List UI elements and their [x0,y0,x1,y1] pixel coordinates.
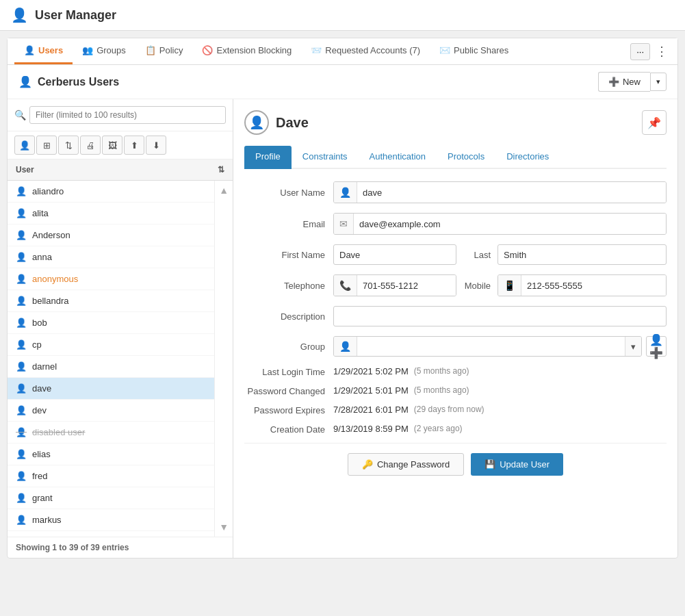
groups-tab-icon: 👥 [82,45,93,55]
creation-date-ago: (2 years ago) [414,424,463,433]
list-item[interactable]: 👤dave [8,378,214,400]
content-layout: 🔍 👤 ⊞ ⇅ 🖨 🖼 ⬆ ⬇ User ⇅ 👤alian [8,99,677,558]
toolbar-upload-icon-btn[interactable]: ⬆ [124,136,144,155]
list-item[interactable]: 👤markus [8,509,214,531]
user-list-icon: 👤 [16,186,27,196]
list-item[interactable]: 👤Murphy [8,531,214,537]
tab-directories[interactable]: Directories [495,146,560,169]
list-item[interactable]: 👤dev [8,400,214,422]
section-title-icon: 👤 [18,75,32,88]
list-item[interactable]: 👤bob [8,312,214,334]
new-button[interactable]: ➕ New [598,72,650,92]
section-header: 👤 Cerberus Users ➕ New ▾ [8,65,677,99]
tab-policy[interactable]: 📋 Policy [135,38,193,64]
scroll-down-arrow[interactable]: ▼ [216,520,231,534]
group-dropdown-arrow[interactable]: ▾ [625,337,641,356]
user-list-name: markus [32,515,62,525]
scroll-up-arrow[interactable]: ▲ [216,183,231,197]
user-list-icon: 👤 [16,318,27,328]
user-list-icon: 👤 [16,274,27,284]
search-icon[interactable]: 🔍 [14,110,26,120]
app-title: User Manager [35,8,116,23]
group-label: Group [244,342,333,352]
group-add-button[interactable]: 👤➕ [646,336,667,357]
user-list-container: 👤aliandro👤alita👤Anderson👤anna👤anonymous👤… [8,181,233,537]
description-field[interactable] [333,306,667,326]
list-item[interactable]: 👤disabled user [8,422,214,444]
tab-groups[interactable]: 👥 Groups [73,38,135,64]
tab-constraints[interactable]: Constraints [292,146,359,169]
nav-kebab-button[interactable]: ⋮ [653,41,671,62]
group-select-wrap: 👤 ▾ [333,336,642,357]
list-item[interactable]: 👤cp [8,334,214,356]
pwd-changed-ago: (5 months ago) [414,385,469,395]
list-item[interactable]: 👤alita [8,203,214,224]
user-list-name: anna [32,252,52,262]
tab-public-shares[interactable]: ✉️ Public Shares [430,38,518,64]
new-btn-group: ➕ New ▾ [598,72,667,92]
user-list-name: grant [32,493,53,503]
new-dropdown-button[interactable]: ▾ [650,73,667,91]
list-item[interactable]: 👤grant [8,487,214,509]
tab-authentication[interactable]: Authentication [359,146,437,169]
tab-extension-blocking[interactable]: 🚫 Extension Blocking [192,38,301,64]
mobile-field[interactable] [521,275,666,296]
group-input-row: 👤 ▾ 👤➕ [333,336,667,357]
sort-icon[interactable]: ⇅ [218,165,224,175]
public-shares-icon: ✉️ [439,45,450,55]
username-row: User Name 👤 [244,181,667,203]
tab-requested-accounts[interactable]: 📨 Requested Accounts (7) [301,38,430,64]
user-list-name: cp [32,339,42,350]
username-field[interactable] [357,182,666,203]
email-input-wrap: ✉ [333,213,667,235]
list-item[interactable]: 👤fred [8,465,214,487]
change-password-button[interactable]: 🔑 Change Password [348,453,464,476]
creation-date-label: Creation Date [244,424,333,435]
tab-protocols[interactable]: Protocols [437,146,495,169]
user-list-name: anonymous [32,274,78,284]
lastname-label: Last [456,250,497,260]
email-field[interactable] [354,214,666,234]
pwd-expires-ago: (29 days from now) [414,405,484,414]
toolbar-download-icon-btn[interactable]: ⬇ [146,136,166,155]
search-input[interactable] [29,106,226,124]
user-list-name: bellandra [32,296,69,306]
user-list-icon: 👤 [16,515,27,525]
pwd-expires-label: Password Expires [244,405,333,415]
list-item[interactable]: 👤darnel [8,356,214,378]
list-item[interactable]: 👤anna [8,246,214,268]
pin-button[interactable]: 📌 [642,110,667,135]
save-icon: 💾 [484,459,495,470]
username-icon: 👤 [334,182,357,203]
mobile-icon: 📱 [498,275,521,296]
telephone-input-wrap: 📞 [333,274,456,296]
toolbar-print-icon-btn[interactable]: 🖨 [80,136,101,155]
list-item[interactable]: 👤Anderson [8,224,214,246]
toolbar-image-icon-btn[interactable]: 🖼 [102,136,122,155]
nav-dots-button[interactable]: ··· [630,43,650,60]
toolbar-grid-icon-btn[interactable]: ⊞ [36,136,57,155]
list-item[interactable]: 👤bellandra [8,290,214,312]
toolbar-sort-icon-btn[interactable]: ⇅ [58,136,79,155]
firstname-field[interactable] [333,244,456,265]
pwd-changed-value: 1/29/2021 5:01 PM [333,385,409,396]
main-container: 👤 Users 👥 Groups 📋 Policy 🚫 Extension Bl… [7,38,678,559]
telephone-field[interactable] [357,275,456,296]
user-list-name: Anderson [32,230,70,240]
scroll-arrows: ▲ ▼ [214,181,233,537]
update-user-button[interactable]: 💾 Update User [471,453,563,476]
tab-profile[interactable]: Profile [244,146,292,169]
list-item[interactable]: 👤elias [8,444,214,465]
list-item[interactable]: 👤aliandro [8,181,214,203]
user-list-name: dev [32,405,47,415]
pwd-changed-row: Password Changed 1/29/2021 5:01 PM (5 mo… [244,385,667,396]
group-icon: 👤 [334,337,357,356]
user-list-scroll[interactable]: 👤aliandro👤alita👤Anderson👤anna👤anonymous👤… [8,181,214,537]
user-list-icon: 👤 [16,208,27,218]
list-item[interactable]: 👤anonymous [8,268,214,290]
tab-users[interactable]: 👤 Users [14,38,73,64]
app-header: 👤 User Manager [0,0,685,31]
toolbar-user-icon-btn[interactable]: 👤 [14,136,35,155]
group-select-field[interactable] [357,337,625,356]
lastname-field[interactable] [497,244,667,265]
